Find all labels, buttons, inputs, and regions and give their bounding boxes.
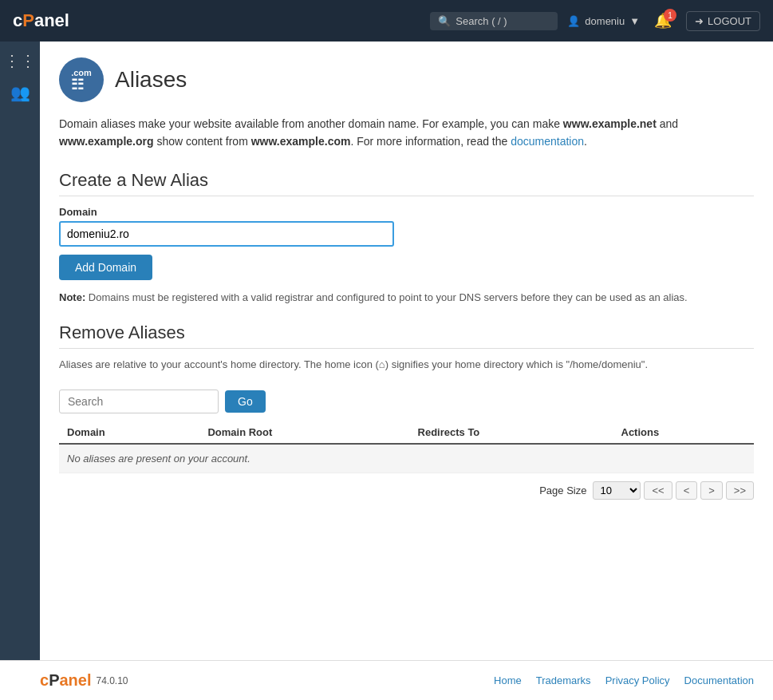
layout: ⋮⋮ 👥 .com☷ Aliases Domain aliases make y… [0,42,773,660]
user-icon: 👤 [567,15,580,27]
notifications-bell[interactable]: 🔔 1 [654,12,672,30]
footer-link-trademarks[interactable]: Trademarks [536,674,591,686]
page-size-label: Page Size [539,484,586,496]
footer-link-privacy[interactable]: Privacy Policy [605,674,670,686]
search-label: Search ( / ) [456,15,507,27]
home-icon: ⌂ [379,358,385,370]
logout-label: LOGOUT [708,15,751,27]
col-actions: Actions [613,421,755,444]
remove-desc1: Aliases are relative to your account's h… [59,358,379,370]
chevron-down-icon: ▼ [629,15,640,27]
note-body: Domains must be registered with a valid … [85,291,687,303]
desc-text1: Domain aliases make your website availab… [59,117,563,130]
pager-first-button[interactable]: << [644,481,672,500]
col-domain-root: Domain Root [199,421,409,444]
topnav: cPanel 🔍 Search ( / ) 👤 domeniu ▼ 🔔 1 ➜ … [0,0,773,42]
desc-text4: . For more information, read the [350,135,511,148]
no-data-message: No aliases are present on your account. [59,444,754,473]
footer-links: Home Trademarks Privacy Policy Documenta… [494,674,754,686]
pager-next-button[interactable]: > [700,481,723,500]
desc-bold1: www.example.net [563,117,657,130]
logout-button[interactable]: ➜ LOGOUT [686,11,760,31]
logout-icon: ➜ [695,15,704,27]
alias-search-input[interactable] [59,390,219,413]
go-button[interactable]: Go [225,390,266,413]
note-label: Note: [59,291,85,303]
pager-prev-button[interactable]: < [676,481,698,500]
footer-logo: cPanel [40,671,92,690]
footer-link-documentation[interactable]: Documentation [684,674,754,686]
col-domain: Domain [59,421,199,444]
user-menu[interactable]: 👤 domeniu ▼ [567,15,640,27]
desc-text2: and [657,117,678,130]
page-header: .com☷ Aliases [59,57,754,102]
add-domain-button[interactable]: Add Domain [59,255,152,280]
table-body: No aliases are present on your account. [59,444,754,473]
page-title: Aliases [115,67,187,93]
table-row: No aliases are present on your account. [59,444,754,473]
page-icon-text: .com☷ [71,69,92,92]
domain-input[interactable] [59,221,394,247]
table-header: Domain Domain Root Redirects To Actions [59,421,754,444]
username: domeniu [585,15,625,27]
create-section-title: Create a New Alias [59,170,754,196]
sidebar: ⋮⋮ 👥 [0,42,40,660]
footer: cPanel 74.0.10 Home Trademarks Privacy P… [0,660,773,700]
note-text: Note: Domains must be registered with a … [59,291,754,303]
footer-version: 74.0.10 [97,675,128,686]
remove-section-title: Remove Aliases [59,322,754,349]
pagination-row: Page Size 10 << < > >> [59,481,754,500]
desc-bold2: www.example.org [59,135,154,148]
domain-label: Domain [59,206,754,218]
col-redirects-to: Redirects To [410,421,613,444]
desc-text3: show content from [154,135,251,148]
search-row: Go [59,390,754,413]
footer-link-home[interactable]: Home [494,674,522,686]
cpanel-logo: cPanel [13,10,69,31]
alias-table: Domain Domain Root Redirects To Actions … [59,421,754,473]
documentation-link[interactable]: documentation [511,135,584,148]
page-size-select[interactable]: 10 [593,481,641,500]
page-description: Domain aliases make your website availab… [59,115,754,151]
page-icon: .com☷ [59,57,104,102]
desc-text5: . [584,135,587,148]
notification-badge: 1 [664,9,676,22]
pager-last-button[interactable]: >> [726,481,754,500]
main-content: .com☷ Aliases Domain aliases make your w… [40,42,773,660]
remove-description: Aliases are relative to your account's h… [59,358,754,370]
remove-desc2: ) signifies your home directory which is… [385,358,648,370]
desc-bold3: www.example.com [251,135,351,148]
search-icon: 🔍 [438,15,451,27]
sidebar-grid-icon[interactable]: ⋮⋮ [4,51,36,70]
sidebar-users-icon[interactable]: 👥 [10,83,30,102]
search-bar[interactable]: 🔍 Search ( / ) [430,12,558,30]
